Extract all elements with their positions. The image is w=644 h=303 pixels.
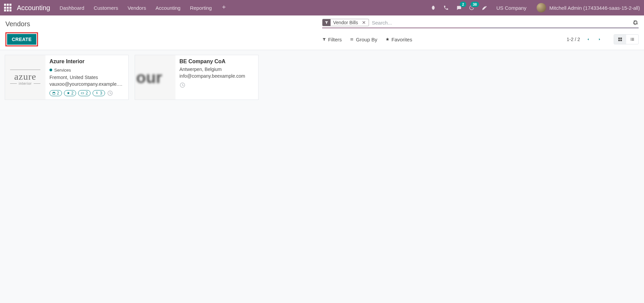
company-switcher[interactable]: US Company	[497, 5, 527, 11]
filters-dropdown[interactable]: Filters	[322, 37, 342, 42]
vendor-tag: Services	[49, 68, 71, 73]
vendor-location: Fremont, United States	[49, 75, 124, 80]
view-kanban-icon[interactable]	[614, 35, 626, 44]
control-panel: Vendors Vendor Bills ✕ CREATE	[0, 15, 644, 50]
kanban-view: azure interior Azure Interior Services F…	[0, 50, 644, 105]
phone-icon[interactable]	[443, 5, 449, 10]
app-brand[interactable]: Accounting	[17, 4, 50, 12]
systray: 2 38 US Company Mitchell Admin (17433446…	[431, 3, 640, 12]
activities-icon[interactable]: 38	[469, 5, 474, 10]
avatar	[537, 3, 546, 12]
messaging-badge: 2	[460, 2, 466, 7]
sales-pill[interactable]: 2	[78, 90, 91, 96]
filter-tag-close-icon[interactable]: ✕	[361, 20, 369, 25]
groupby-dropdown[interactable]: Group By	[350, 37, 377, 42]
nav-menu: Dashboard Customers Vendors Accounting R…	[60, 4, 227, 11]
create-highlight: CREATE	[5, 32, 38, 46]
debug-icon[interactable]	[431, 5, 436, 10]
nav-reporting[interactable]: Reporting	[190, 5, 212, 11]
vendor-location: Antwerpen, Belgium	[179, 67, 254, 72]
favorites-dropdown[interactable]: Favorites	[385, 37, 412, 42]
search-filter-tag: Vendor Bills ✕	[322, 19, 369, 26]
nav-dashboard[interactable]: Dashboard	[60, 5, 84, 11]
purchases-pill[interactable]: 3	[93, 90, 105, 96]
search-options: Filters Group By Favorites	[322, 37, 412, 42]
tag-dot-icon	[49, 69, 52, 71]
filter-icon	[323, 19, 331, 26]
vendor-name: BE Company CoA	[179, 59, 254, 65]
meetings-pill[interactable]: 2	[49, 90, 62, 96]
view-switcher	[614, 34, 639, 44]
search-input[interactable]	[372, 20, 633, 26]
vendor-name: Azure Interior	[49, 59, 124, 65]
apps-icon[interactable]	[4, 4, 12, 12]
opportunities-pill[interactable]: 2	[64, 90, 76, 96]
nav-accounting[interactable]: Accounting	[156, 5, 180, 11]
activity-clock-icon[interactable]	[107, 90, 113, 96]
breadcrumb: Vendors	[5, 18, 322, 28]
user-menu[interactable]: Mitchell Admin (17433446-saas-15-2-all)	[537, 3, 640, 12]
vendor-card[interactable]: azure interior Azure Interior Services F…	[5, 55, 129, 100]
vendor-image: our	[135, 55, 175, 100]
search-icon[interactable]	[633, 20, 639, 25]
user-name: Mitchell Admin (17433446-saas-15-2-all)	[549, 5, 640, 11]
view-list-icon[interactable]	[626, 35, 638, 44]
nav-customers[interactable]: Customers	[94, 5, 118, 11]
filter-tag-label: Vendor Bills	[331, 19, 361, 26]
create-button[interactable]: CREATE	[7, 34, 36, 45]
nav-add-icon[interactable]	[221, 4, 227, 11]
pager[interactable]: 1-2 / 2	[567, 37, 580, 42]
pager-prev-icon[interactable]	[585, 36, 591, 43]
vendor-image: azure interior	[5, 55, 45, 100]
vendor-card[interactable]: our BE Company CoA Antwerpen, Belgium in…	[135, 55, 259, 100]
tools-icon[interactable]	[482, 5, 487, 10]
activity-clock-icon[interactable]	[179, 82, 185, 88]
nav-vendors[interactable]: Vendors	[128, 5, 146, 11]
search-bar[interactable]: Vendor Bills ✕	[322, 18, 639, 28]
pager-next-icon[interactable]	[596, 36, 603, 43]
activities-badge: 38	[471, 2, 479, 7]
vendor-email: vauxoo@yourcompany.example.c…	[49, 81, 124, 87]
vendor-email: info@company.beexample.com	[179, 73, 254, 79]
top-nav: Accounting Dashboard Customers Vendors A…	[0, 0, 644, 15]
messaging-icon[interactable]: 2	[456, 5, 462, 10]
